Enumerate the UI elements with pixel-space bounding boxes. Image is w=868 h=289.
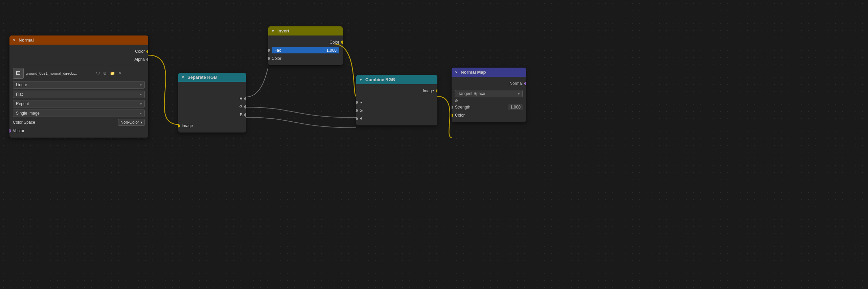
normal-output-socket[interactable]	[524, 82, 526, 85]
b-output-socket[interactable]	[244, 113, 246, 117]
collapse-chevron-comb[interactable]: ∨	[360, 78, 362, 81]
color-space-arrow: ▾	[140, 120, 142, 125]
extension-dropdown[interactable]: Repeat ▾	[13, 100, 145, 107]
color-space-value: Non-Color	[120, 120, 139, 125]
fac-value: 1.000	[326, 48, 337, 53]
interpolation-dropdown[interactable]: Linear ▾	[13, 81, 145, 89]
node-combine-rgb-body: Image R G B	[356, 84, 437, 125]
strength-socket[interactable]	[452, 105, 453, 109]
strength-value: 1.000	[508, 104, 523, 110]
image-input-socket[interactable]	[178, 124, 180, 127]
nm-color-label: Color	[455, 113, 465, 118]
invert-color-output-socket[interactable]	[341, 41, 343, 44]
folder-icon[interactable]: 📁	[109, 70, 116, 76]
node-invert-title: Invert	[277, 28, 289, 33]
invert-color-input-socket[interactable]	[268, 57, 270, 60]
close-icon[interactable]: ✕	[118, 70, 122, 76]
node-normal-map-title: Normal Map	[461, 70, 486, 75]
combine-g-label: G	[360, 108, 363, 113]
tangent-space-row: Tangent Space ▾	[452, 89, 526, 98]
node-normal-map: ∨ Normal Map Normal Tangent Space ▾ Stre…	[452, 68, 526, 122]
fac-label: Fac	[274, 48, 281, 53]
node-separate-rgb-header: ∨ Separate RGB	[178, 73, 246, 82]
g-output-socket[interactable]	[244, 105, 246, 109]
combine-g-socket[interactable]	[356, 109, 358, 112]
color-space-row: Color Space Non-Color ▾	[9, 118, 148, 127]
node-separate-rgb-body: R G B Image	[178, 82, 246, 133]
b-label: B	[240, 113, 243, 117]
normal-output-row: Normal	[452, 79, 526, 88]
image-name: ground_0021_normal_directx...	[26, 71, 93, 75]
g-output-row: G	[178, 103, 246, 111]
combine-image-output-socket[interactable]	[436, 89, 437, 93]
node-normal-map-header: ∨ Normal Map	[452, 68, 526, 77]
r-label: R	[239, 96, 243, 101]
tangent-space-dropdown[interactable]: Tangent Space ▾	[455, 90, 523, 97]
fac-socket[interactable]	[268, 49, 270, 52]
image-preview[interactable]: 🖼	[13, 68, 24, 79]
invert-color-output-label: Color	[329, 40, 339, 45]
combine-r-label: R	[360, 100, 363, 105]
fac-input[interactable]: Fac 1.000	[272, 47, 339, 53]
b-output-row: B	[178, 111, 246, 119]
alpha-output-label: Alpha	[134, 57, 145, 62]
node-normal: ∨ Normal Color Alpha 🖼 ground_0021_norma…	[9, 35, 148, 138]
combine-b-row: B	[356, 115, 437, 123]
vector-label: Vector	[13, 128, 24, 133]
node-combine-rgb-title: Combine RGB	[365, 77, 395, 82]
extension-row: Repeat ▾	[9, 99, 148, 109]
source-row: Single Image ▾	[9, 109, 148, 118]
node-invert-header: ∨ Invert	[268, 26, 343, 35]
combine-b-label: B	[360, 116, 362, 121]
node-separate-rgb: ∨ Separate RGB R G B Image	[178, 73, 246, 133]
nm-color-input-row: Color	[452, 111, 526, 119]
alpha-output-socket[interactable]	[146, 58, 148, 61]
node-combine-rgb: ∨ Combine RGB Image R G B	[356, 75, 437, 125]
r-output-socket[interactable]	[244, 97, 246, 100]
interpolation-value: Linear	[16, 82, 27, 87]
tangent-arrow: ▾	[518, 92, 520, 96]
dropdown-arrow-3: ▾	[140, 102, 142, 106]
combine-r-socket[interactable]	[356, 101, 358, 104]
dropdown-arrow: ▾	[140, 83, 142, 87]
color-output-row: Color	[9, 47, 148, 55]
alpha-output-row: Alpha	[9, 55, 148, 64]
shield-icon[interactable]: 🛡	[95, 70, 101, 76]
strength-label: Strength	[455, 105, 507, 110]
projection-dropdown[interactable]: Flat ▾	[13, 91, 145, 98]
projection-row: Flat ▾	[9, 90, 148, 99]
node-combine-rgb-header: ∨ Combine RGB	[356, 75, 437, 84]
combine-image-output-row: Image	[356, 87, 437, 95]
image-input-row: Image	[178, 122, 246, 130]
invert-color-input-row: Color	[268, 54, 343, 63]
collapse-chevron-sep[interactable]: ∨	[182, 75, 184, 79]
interpolation-row: Linear ▾	[9, 80, 148, 90]
dropdown-arrow-2: ▾	[140, 93, 142, 96]
node-normal-title: Normal	[19, 38, 34, 43]
combine-b-socket[interactable]	[356, 117, 358, 120]
color-output-socket[interactable]	[146, 50, 148, 53]
g-label: G	[239, 104, 243, 109]
color-output-label: Color	[135, 49, 145, 54]
collapse-chevron[interactable]: ∨	[13, 38, 15, 42]
collapse-chevron-inv[interactable]: ∨	[272, 29, 274, 33]
node-invert-body: Color Fac 1.000 Color	[268, 35, 343, 65]
vector-input-socket[interactable]	[9, 129, 11, 133]
node-invert: ∨ Invert Color Fac 1.000 Color	[268, 26, 343, 65]
node-normal-body: Color Alpha 🖼 ground_0021_normal_directx…	[9, 45, 148, 138]
normal-output-label: Normal	[509, 81, 523, 86]
combine-g-row: G	[356, 106, 437, 115]
copy-icon[interactable]: ⧉	[103, 70, 107, 76]
r-output-row: R	[178, 95, 246, 103]
dropdown-arrow-4: ▾	[140, 112, 142, 115]
fac-row: Fac 1.000	[268, 46, 343, 54]
dot-circle	[455, 99, 458, 102]
combine-r-row: R	[356, 98, 437, 106]
collapse-chevron-nm[interactable]: ∨	[455, 70, 457, 74]
invert-color-input-label: Color	[272, 56, 281, 61]
color-space-dropdown[interactable]: Non-Color ▾	[118, 119, 145, 126]
source-dropdown[interactable]: Single Image ▾	[13, 110, 145, 117]
nm-color-input-socket[interactable]	[452, 114, 453, 117]
strength-row: Strength 1.000	[452, 103, 526, 111]
dot-socket-row	[452, 98, 526, 103]
